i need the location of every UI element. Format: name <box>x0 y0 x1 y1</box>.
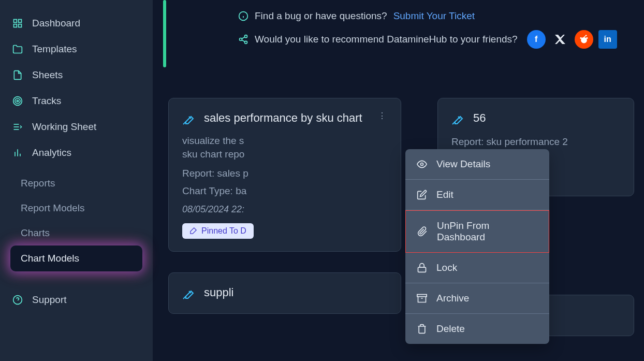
trash-icon <box>417 324 427 334</box>
svg-line-21 <box>242 40 245 41</box>
svg-point-6 <box>17 100 18 102</box>
svg-point-19 <box>240 38 242 41</box>
list-icon <box>12 122 23 132</box>
sidebar-item-label: Working Sheet <box>32 121 96 133</box>
eye-icon <box>417 159 427 169</box>
menu-item-label: Delete <box>436 323 465 335</box>
social-buttons: f in <box>527 30 617 49</box>
x-icon[interactable] <box>551 30 569 49</box>
svg-point-18 <box>245 35 247 38</box>
sidebar-item-label: Analytics <box>32 147 71 158</box>
bar-chart-icon <box>12 148 23 158</box>
menu-item-unpin[interactable]: UnPin From Dashboard <box>405 210 549 253</box>
menu-item-view-details[interactable]: View Details <box>405 149 549 180</box>
folder-icon <box>12 44 23 54</box>
sidebar-item-tracks[interactable]: Tracks <box>0 88 153 114</box>
svg-rect-0 <box>14 20 17 23</box>
design-icon <box>451 113 464 125</box>
card-date: 08/05/2024 22: <box>182 204 387 215</box>
menu-item-label: UnPin From Dashboard <box>437 220 537 243</box>
recommend-text: Would you like to recommend DatamineHub … <box>255 34 518 45</box>
submit-ticket-link[interactable]: Submit Your Ticket <box>393 10 475 22</box>
svg-rect-3 <box>14 24 17 27</box>
menu-item-lock[interactable]: Lock <box>405 253 549 283</box>
sidebar-item-label: Sheets <box>32 69 63 81</box>
sidebar-item-chart-models[interactable]: Chart Models <box>10 246 142 271</box>
sidebar: Dashboard Templates Sheets Tracks Workin… <box>0 0 153 361</box>
sidebar-item-working-sheet[interactable]: Working Sheet <box>0 114 153 140</box>
menu-item-label: Lock <box>436 262 457 273</box>
accent-bar <box>163 0 166 67</box>
svg-line-27 <box>584 36 586 37</box>
sidebar-item-report-models[interactable]: Report Models <box>0 196 153 221</box>
design-icon <box>182 113 195 125</box>
card-title: suppli <box>204 285 387 300</box>
share-icon <box>238 34 248 45</box>
sidebar-item-analytics[interactable]: Analytics <box>0 140 153 166</box>
sidebar-item-label: Tracks <box>32 95 61 107</box>
menu-item-label: Archive <box>436 293 469 304</box>
pinned-badge: Pinned To D <box>182 223 254 239</box>
recommend-row: Would you like to recommend DatamineHub … <box>238 30 628 49</box>
svg-rect-29 <box>418 267 426 272</box>
sidebar-item-templates[interactable]: Templates <box>0 36 153 62</box>
bug-text: Find a bug or have questions? <box>255 10 387 22</box>
chart-model-card[interactable]: sales performance by sku chart ⋮ visuali… <box>168 98 401 252</box>
card-title: 56 <box>473 111 620 126</box>
sidebar-sub-group: Reports Report Models Charts Chart Model… <box>0 171 153 271</box>
edit-icon <box>417 190 427 200</box>
file-icon <box>12 70 23 80</box>
menu-item-delete[interactable]: Delete <box>405 314 549 344</box>
svg-rect-1 <box>19 20 22 23</box>
svg-point-5 <box>15 98 20 104</box>
menu-item-archive[interactable]: Archive <box>405 283 549 314</box>
design-icon <box>182 287 195 300</box>
bug-row: Find a bug or have questions? Submit You… <box>238 10 628 22</box>
cards-grid: sales performance by sku chart ⋮ visuali… <box>168 98 628 336</box>
sidebar-item-charts[interactable]: Charts <box>0 221 153 246</box>
svg-point-23 <box>581 37 587 44</box>
menu-item-label: View Details <box>436 158 490 170</box>
reddit-icon[interactable] <box>575 30 593 49</box>
card-context-menu: View Details Edit UnPin From Dashboard L… <box>405 149 549 344</box>
svg-point-20 <box>245 41 247 44</box>
sidebar-item-dashboard[interactable]: Dashboard <box>0 10 153 36</box>
chart-model-card[interactable]: suppli <box>168 272 401 314</box>
main-content: Find a bug or have questions? Submit You… <box>153 0 644 361</box>
lock-icon <box>417 263 427 273</box>
card-chart-type: Chart Type: ba <box>182 185 387 197</box>
sidebar-item-label: Dashboard <box>32 18 80 29</box>
svg-rect-2 <box>19 24 22 27</box>
card-menu-button[interactable]: ⋮ <box>377 111 387 121</box>
help-icon <box>12 295 23 305</box>
info-icon <box>238 11 248 21</box>
card-description: visualize the ssku chart repo <box>182 134 387 162</box>
sidebar-item-reports[interactable]: Reports <box>0 171 153 196</box>
sidebar-item-label: Templates <box>32 44 77 55</box>
facebook-icon[interactable]: f <box>527 30 546 49</box>
paperclip-icon <box>417 226 428 237</box>
card-report: Report: sales p <box>182 168 387 179</box>
target-icon <box>12 96 23 106</box>
svg-point-24 <box>586 37 588 39</box>
svg-point-28 <box>421 163 423 166</box>
sidebar-item-sheets[interactable]: Sheets <box>0 62 153 88</box>
archive-icon <box>417 293 427 304</box>
card-report: Report: sku performance 2 <box>451 136 620 148</box>
top-info-section: Find a bug or have questions? Submit You… <box>168 0 628 49</box>
linkedin-icon[interactable]: in <box>598 30 617 49</box>
grid-icon <box>12 18 23 28</box>
menu-item-label: Edit <box>436 189 453 200</box>
svg-point-25 <box>580 37 581 39</box>
menu-item-edit[interactable]: Edit <box>405 180 549 210</box>
svg-line-22 <box>242 37 245 38</box>
sidebar-item-support[interactable]: Support <box>0 287 153 313</box>
sidebar-item-label: Support <box>32 294 67 306</box>
card-title: sales performance by sku chart <box>204 111 387 126</box>
svg-rect-30 <box>417 295 427 297</box>
